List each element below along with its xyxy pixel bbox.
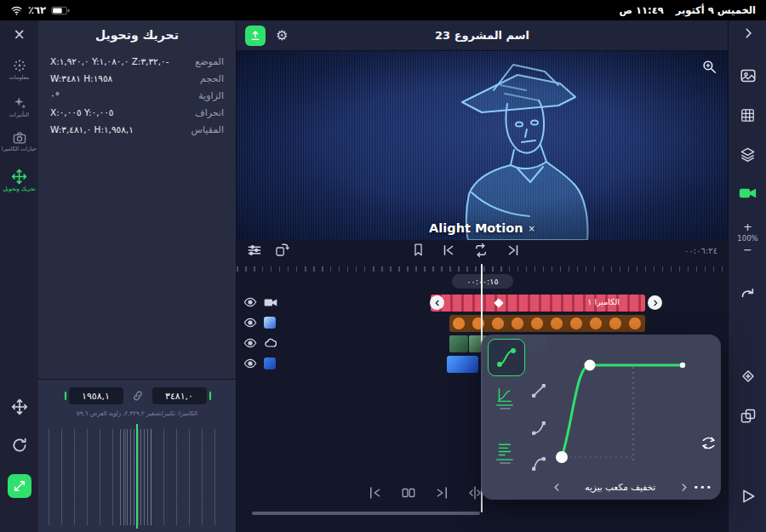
camera-track-icon[interactable] xyxy=(264,297,277,308)
drawing-layer-icon[interactable] xyxy=(264,338,277,348)
easing-library-curves[interactable] xyxy=(491,387,518,409)
clip-right-handle[interactable] xyxy=(648,295,662,310)
property-row[interactable]: الموضع X:١,٩٢٠,٠ Y:١,٠٨٠,٠ Z:٣,٣٢,٠- xyxy=(38,53,236,70)
playhead-time-badge: ٠٠:٠٠:١٥ xyxy=(452,274,513,289)
watermark-close-button[interactable]: × xyxy=(529,224,535,233)
shape-clip[interactable] xyxy=(447,356,478,373)
preview-canvas[interactable]: Alight Motion × xyxy=(237,51,728,240)
rail-label: معلومات xyxy=(9,75,30,81)
eye-icon[interactable] xyxy=(243,337,257,349)
add-keyframe-button[interactable] xyxy=(729,368,766,385)
zoom-level: 100% xyxy=(729,234,766,243)
property-row[interactable]: الزاوية ٠° xyxy=(38,87,236,104)
easing-preset-ease-in[interactable] xyxy=(530,420,549,438)
close-panel-button[interactable]: × xyxy=(0,26,38,43)
adjust-tick xyxy=(209,392,211,400)
keyframe-diamond[interactable] xyxy=(494,298,503,307)
alight-motion-app: ٪٦٢ الخميس ٩ أكتوبر ١١:٤٩ ص × معلومات ال… xyxy=(0,0,766,532)
zoom-out-button[interactable]: − xyxy=(729,244,766,255)
rail-item-effects[interactable]: التأثيرات xyxy=(0,95,38,118)
total-duration: ٠٠:٠٦:٢٤ xyxy=(684,246,717,255)
timeline-controls: ٠٠:٠٦:٢٤ xyxy=(237,240,728,262)
move-transform-panel: تحريك وتحويل الموضع X:١,٩٢٠,٠ Y:١,٠٨٠,٠ … xyxy=(38,20,237,379)
link-dimensions-icon[interactable] xyxy=(132,390,144,402)
duplicate-button[interactable] xyxy=(396,483,421,503)
export-button[interactable] xyxy=(245,26,266,46)
property-value: W:٣,٤٨١,٠ H:١,٩٥٨,١ xyxy=(50,124,134,134)
curve-start-handle[interactable] xyxy=(556,451,568,463)
settings-gear-icon[interactable]: ⚙ xyxy=(276,27,288,43)
property-row[interactable]: انحراف X:٠,٠٠٥ Y:٠,٠٠٥ xyxy=(38,104,236,121)
next-easing-button[interactable] xyxy=(679,483,689,492)
curve-mid-handle[interactable] xyxy=(585,360,596,371)
frames-clip[interactable] xyxy=(449,315,645,332)
layers-panel-button[interactable] xyxy=(729,146,766,163)
prev-easing-button[interactable] xyxy=(552,483,562,492)
eye-icon[interactable] xyxy=(243,317,257,329)
rail-item-camera-options[interactable]: خيارات الكاميرا xyxy=(0,131,38,152)
previous-keyframe-button[interactable] xyxy=(441,243,456,258)
curve-end-point[interactable] xyxy=(680,363,685,368)
property-row[interactable]: الحجم W:٣٤٨١ H:١٩٥٨ xyxy=(38,70,236,87)
timeline-options-icon[interactable] xyxy=(247,243,262,258)
rail-label: تحريك وتحويل xyxy=(3,186,35,192)
more-options-button[interactable]: ••• xyxy=(694,482,712,493)
property-row[interactable]: المقياس W:٣,٤٨١,٠ H:١,٩٥٨,١ xyxy=(38,121,236,138)
rotate-view-icon[interactable] xyxy=(274,243,289,258)
easing-preset-ease-out[interactable] xyxy=(530,455,549,474)
next-keyframe-button[interactable] xyxy=(506,243,521,258)
width-value-field[interactable]: ٣٤٨١,٠ xyxy=(152,387,207,404)
easing-name: تخفيف مكعب بيزيه xyxy=(567,482,674,492)
property-label: الزاوية xyxy=(198,90,224,101)
scale-tool-button[interactable] xyxy=(0,474,38,498)
easing-editor-popup: تخفيف مكعب بيزيه ••• xyxy=(481,335,721,500)
height-value: ١٩٥٨,١ xyxy=(82,391,110,402)
gradient-layer-icon[interactable] xyxy=(264,317,276,329)
easing-library-list[interactable] xyxy=(491,442,518,464)
property-value: W:٣٤٨١ H:١٩٥٨ xyxy=(50,73,112,83)
scrubber-current-line xyxy=(136,424,138,529)
zoom-control: + 100% − xyxy=(729,221,766,255)
shape-layer-icon[interactable] xyxy=(264,358,276,369)
redo-button[interactable] xyxy=(729,287,766,302)
bookmark-icon[interactable] xyxy=(411,243,426,257)
rail-item-move-transform[interactable]: تحريك وتحويل xyxy=(0,169,38,192)
height-value-field[interactable]: ١٩٥٨,١ xyxy=(69,387,123,404)
play-button[interactable] xyxy=(729,488,766,505)
zoom-in-button[interactable]: + xyxy=(729,221,766,232)
timeline-scrollbar[interactable] xyxy=(252,512,480,515)
status-time: ١١:٤٩ ص xyxy=(620,4,664,16)
trim-start-button[interactable] xyxy=(363,483,388,503)
project-header: ⚙ اسم المشروع 23 xyxy=(237,20,728,51)
loop-button[interactable] xyxy=(473,243,489,258)
flip-curve-icon[interactable] xyxy=(700,435,717,451)
trim-end-button[interactable] xyxy=(429,483,454,503)
status-right: الخميس ٩ أكتوبر ١١:٤٩ ص xyxy=(620,4,756,16)
media-panel-button[interactable] xyxy=(729,68,766,83)
eye-icon[interactable] xyxy=(243,296,257,308)
blend-overlap-button[interactable] xyxy=(729,408,766,425)
sparkle-icon xyxy=(12,95,27,111)
zoom-preview-icon[interactable] xyxy=(701,59,717,75)
value-scrubber[interactable] xyxy=(49,429,226,525)
camera-mode-button[interactable] xyxy=(729,186,766,200)
move-transform-icon xyxy=(11,169,27,185)
watermark-text: Alight Motion xyxy=(429,221,523,235)
rail-item-info[interactable]: معلومات xyxy=(0,58,38,81)
width-value: ٣٤٨١,٠ xyxy=(165,391,193,402)
collapse-sidebar-button[interactable] xyxy=(729,27,766,39)
eye-icon[interactable] xyxy=(243,358,257,369)
easing-preset-selected[interactable] xyxy=(488,339,525,376)
move-tool-button[interactable] xyxy=(0,398,38,415)
scale-editor-panel: ١٩٥٨,١ ٣٤٨١,٠ الكاميرا: تكبير/تصغير ٢,٣٢… xyxy=(38,379,237,532)
scale-icon xyxy=(8,474,31,498)
bezier-curve-graph[interactable] xyxy=(552,341,711,467)
battery-icon xyxy=(51,6,70,15)
media-thumbnail xyxy=(449,335,468,352)
easing-preset-linear[interactable] xyxy=(530,382,549,401)
grid-panel-button[interactable] xyxy=(729,107,766,123)
camera-clip[interactable]: الكاميرا ١ xyxy=(431,295,645,312)
rotate-icon xyxy=(11,437,28,454)
clip-left-handle[interactable] xyxy=(430,295,444,310)
rotate-tool-button[interactable] xyxy=(0,437,38,454)
